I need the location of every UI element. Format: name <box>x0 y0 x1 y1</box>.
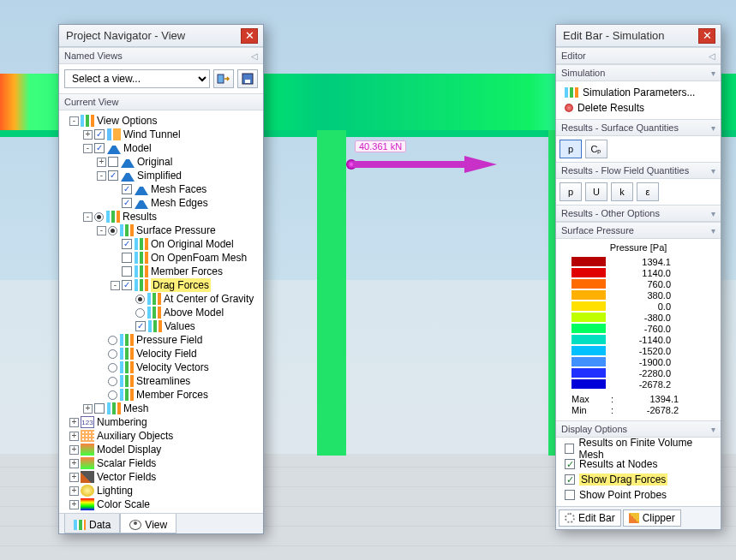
expand-icon[interactable]: + <box>97 158 106 167</box>
expand-icon[interactable]: + <box>83 130 93 140</box>
panel-titlebar[interactable]: Project Navigator - View ✕ <box>59 25 263 47</box>
tree-node[interactable]: +✓Wind Tunnel <box>64 128 261 141</box>
panel-titlebar[interactable]: Edit Bar - Simulation ✕ <box>556 25 721 47</box>
expand-icon[interactable]: + <box>69 486 79 496</box>
delete-results[interactable]: Delete Results <box>561 100 715 116</box>
tree-node[interactable]: On OpenFoam Mesh <box>64 251 261 265</box>
display-options-header[interactable]: Display Options▾ <box>556 420 721 438</box>
checkbox[interactable]: ✓ <box>135 321 146 331</box>
tab-data[interactable]: Data <box>64 514 120 533</box>
tree-node[interactable]: Pressure Field <box>64 333 261 347</box>
checkbox[interactable]: ✓ <box>565 459 575 469</box>
quantity-button[interactable]: Cₚ <box>585 140 607 158</box>
checkbox[interactable] <box>565 444 574 454</box>
tree-node[interactable]: -Surface Pressure <box>64 223 261 237</box>
checkbox[interactable]: ✓ <box>94 129 105 140</box>
expand-icon[interactable]: + <box>69 500 79 509</box>
surface-quantities-header[interactable]: Results - Surface Quantities▾ <box>556 119 721 136</box>
tree-node[interactable]: Member Forces <box>64 388 261 402</box>
tree-node[interactable]: Streamlines <box>64 374 261 388</box>
checkbox[interactable] <box>94 403 105 414</box>
expand-icon[interactable]: - <box>111 281 120 290</box>
radio[interactable] <box>108 226 117 235</box>
expand-icon[interactable]: + <box>69 418 79 427</box>
checkbox[interactable]: ✓ <box>122 198 132 208</box>
sim-parameters[interactable]: Simulation Parameters... <box>561 85 715 100</box>
close-icon[interactable]: ✕ <box>241 28 258 44</box>
display-option[interactable]: Show Point Probes <box>561 487 715 503</box>
checkbox[interactable]: ✓ <box>94 143 105 153</box>
tree-node[interactable]: -✓Simplified <box>64 169 261 182</box>
tree-node[interactable]: ✓Mesh Edges <box>64 196 261 210</box>
surface-pressure-header[interactable]: Surface Pressure▾ <box>556 222 721 239</box>
expand-icon[interactable]: - <box>69 116 79 126</box>
expand-icon[interactable]: - <box>83 212 93 222</box>
radio[interactable] <box>135 295 145 304</box>
checkbox[interactable] <box>108 157 118 167</box>
quantity-button[interactable]: ε <box>637 182 659 201</box>
radio[interactable] <box>94 212 104 222</box>
tree-node[interactable]: ✓Values <box>64 319 261 333</box>
tree-node[interactable]: -✓Drag Forces <box>64 278 261 292</box>
quantity-button[interactable]: k <box>611 182 633 201</box>
close-icon[interactable]: ✕ <box>698 28 715 44</box>
view-select[interactable]: Select a view... <box>64 69 210 88</box>
view-tree[interactable]: -View Options+✓Wind Tunnel-✓Model+Origin… <box>59 110 263 513</box>
other-options-header[interactable]: Results - Other Options▾ <box>556 205 721 222</box>
clipper-button[interactable]: Clipper <box>623 509 681 527</box>
checkbox[interactable] <box>122 253 132 263</box>
checkbox[interactable]: ✓ <box>122 184 132 194</box>
tree-node[interactable]: +Scalar Fields <box>64 456 261 470</box>
checkbox[interactable] <box>565 490 575 500</box>
tab-view[interactable]: View <box>120 514 177 533</box>
checkbox[interactable]: ✓ <box>108 170 118 181</box>
expand-icon[interactable]: + <box>83 404 93 414</box>
radio[interactable] <box>108 349 117 359</box>
tree-node[interactable]: -View Options <box>64 114 261 128</box>
tree-node[interactable]: +Auxiliary Objects <box>64 429 261 443</box>
radio[interactable] <box>108 377 117 386</box>
radio[interactable] <box>108 390 117 400</box>
flow-quantities-header[interactable]: Results - Flow Field Quantities▾ <box>556 162 721 179</box>
radio[interactable] <box>108 363 117 372</box>
quantity-button[interactable]: p <box>559 140 582 158</box>
tree-node[interactable]: Velocity Vectors <box>64 360 261 374</box>
display-option[interactable]: Results on Finite Volume Mesh <box>561 441 715 456</box>
tree-node[interactable]: ✓On Original Model <box>64 237 261 251</box>
edit-bar-button[interactable]: Edit Bar <box>559 509 621 527</box>
current-view-header[interactable]: Current View <box>59 93 263 110</box>
expand-icon[interactable]: + <box>69 445 79 455</box>
checkbox[interactable]: ✓ <box>122 280 132 290</box>
tree-node[interactable]: -Results <box>64 210 261 223</box>
radio[interactable] <box>135 308 145 318</box>
expand-icon[interactable]: - <box>83 144 93 153</box>
tree-node[interactable]: Above Model <box>64 306 261 319</box>
tree-node[interactable]: +Color Scale <box>64 497 261 511</box>
save-view-icon[interactable] <box>237 69 258 88</box>
expand-icon[interactable]: - <box>97 226 106 235</box>
expand-icon[interactable]: - <box>97 171 106 181</box>
named-views-header[interactable]: Named Views◁ <box>59 47 263 64</box>
tree-node[interactable]: +Lighting <box>64 484 261 497</box>
apply-view-icon[interactable] <box>213 69 234 88</box>
tree-node[interactable]: -✓Model <box>64 141 261 155</box>
expand-icon[interactable]: + <box>69 473 79 482</box>
checkbox[interactable]: ✓ <box>122 239 132 249</box>
checkbox[interactable]: ✓ <box>565 474 575 485</box>
radio[interactable] <box>108 336 117 345</box>
tree-node[interactable]: At Center of Gravity <box>64 292 261 306</box>
checkbox[interactable] <box>122 266 132 277</box>
tree-node[interactable]: +Mesh <box>64 402 261 415</box>
quantity-button[interactable]: p <box>559 182 582 201</box>
expand-icon[interactable]: + <box>69 432 79 441</box>
tree-node[interactable]: +Model Display <box>64 443 261 456</box>
quantity-button[interactable]: U <box>585 182 607 201</box>
tree-node[interactable]: +123Numbering <box>64 415 261 429</box>
display-option[interactable]: ✓Show Drag Forces <box>561 472 715 487</box>
tree-node[interactable]: Member Forces <box>64 265 261 278</box>
tree-node[interactable]: ✓Mesh Faces <box>64 182 261 196</box>
tree-node[interactable]: Velocity Field <box>64 347 261 360</box>
editor-header[interactable]: Editor◁ <box>556 47 721 64</box>
expand-icon[interactable]: + <box>69 459 79 468</box>
simulation-header[interactable]: Simulation▾ <box>556 64 721 81</box>
